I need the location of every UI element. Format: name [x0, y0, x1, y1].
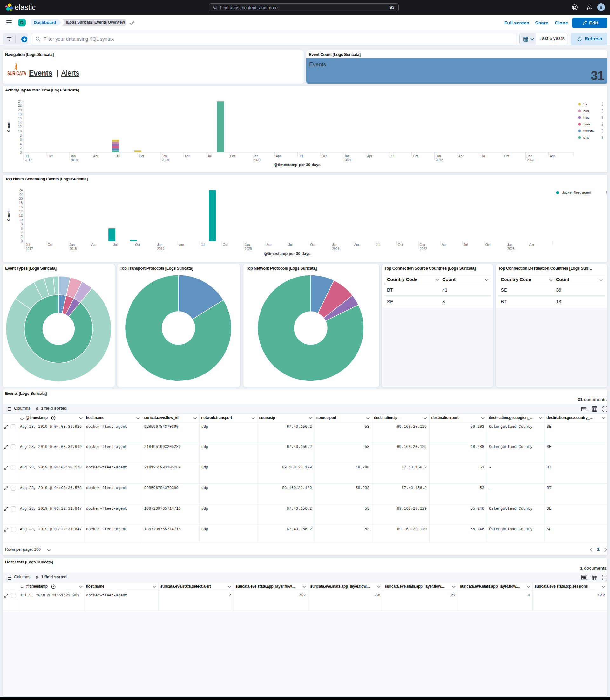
svg-text:Jan: Jan	[527, 154, 532, 158]
svg-text:Jul: Jul	[26, 243, 30, 246]
svg-text:8: 8	[21, 222, 22, 226]
svg-text:Oct: Oct	[504, 154, 509, 158]
svg-text:Jul: Jul	[25, 154, 29, 158]
svg-text:Oct: Oct	[322, 154, 326, 158]
svg-text:Apr: Apr	[276, 154, 281, 158]
svg-text:Apr: Apr	[184, 154, 190, 158]
svg-text:Oct: Oct	[485, 243, 491, 246]
svg-text:6: 6	[21, 227, 22, 230]
svg-text:SURICATA: SURICATA	[7, 70, 26, 76]
svg-text:Jul: Jul	[201, 243, 205, 246]
svg-text:Jul: Jul	[481, 154, 485, 158]
svg-text:Oct: Oct	[139, 154, 144, 158]
svg-text:Oct: Oct	[413, 154, 418, 158]
svg-text:Count: Count	[7, 121, 11, 132]
svg-text:2018: 2018	[69, 247, 77, 250]
svg-text:Jul: Jul	[376, 243, 380, 246]
svg-text:2: 2	[21, 235, 22, 239]
svg-text:Jul: Jul	[299, 154, 303, 158]
svg-text:dns: dns	[583, 136, 589, 140]
svg-text:Apr: Apr	[442, 243, 447, 246]
svg-text:@timestamp per 30 days: @timestamp per 30 days	[274, 163, 321, 167]
svg-text:Oct: Oct	[223, 243, 228, 246]
svg-text:24: 24	[19, 188, 23, 192]
svg-text:Jul: Jul	[464, 243, 468, 246]
svg-text:docker-fleet-agent: docker-fleet-agent	[562, 191, 591, 194]
svg-text:fileinfo: fileinfo	[583, 129, 594, 133]
svg-text:2019: 2019	[162, 159, 169, 162]
svg-text:Jan: Jan	[157, 243, 162, 246]
svg-text:Jan: Jan	[253, 154, 258, 158]
svg-text:2023: 2023	[527, 159, 534, 162]
svg-text:18: 18	[18, 112, 22, 116]
svg-text:Jul: Jul	[390, 154, 394, 158]
svg-text:Apr: Apr	[529, 243, 534, 246]
svg-text:14: 14	[19, 210, 23, 213]
svg-text:Jan: Jan	[420, 243, 425, 246]
svg-text:Jan: Jan	[508, 243, 512, 246]
svg-text:2020: 2020	[245, 247, 252, 250]
svg-text:20: 20	[18, 108, 22, 112]
svg-text:10: 10	[19, 218, 23, 222]
svg-text:Jul: Jul	[113, 243, 117, 246]
svg-text:Jul: Jul	[207, 154, 212, 158]
svg-text:Oct: Oct	[398, 243, 403, 246]
svg-text:Jan: Jan	[162, 154, 167, 158]
svg-text:Count: Count	[7, 210, 11, 221]
svg-text:16: 16	[19, 206, 23, 209]
svg-text:flow: flow	[583, 122, 590, 126]
svg-text:4: 4	[21, 231, 22, 234]
svg-text:2: 2	[20, 146, 21, 150]
svg-text:Apr: Apr	[367, 154, 372, 158]
svg-text:2017: 2017	[26, 247, 33, 250]
svg-text:14: 14	[18, 121, 22, 125]
svg-text:2022: 2022	[420, 247, 427, 250]
svg-text:Jan: Jan	[344, 154, 350, 158]
svg-text:12: 12	[19, 214, 23, 217]
svg-text:Oct: Oct	[230, 154, 236, 158]
svg-text:8: 8	[20, 134, 21, 137]
svg-text:2018: 2018	[70, 159, 78, 162]
svg-text:Apr: Apr	[550, 154, 555, 158]
svg-text:6: 6	[20, 138, 21, 141]
svg-text:Apr: Apr	[459, 154, 464, 158]
svg-text:Apr: Apr	[354, 243, 359, 246]
svg-text:@timestamp per 30 days: @timestamp per 30 days	[264, 251, 311, 256]
svg-text:12: 12	[18, 125, 22, 129]
svg-text:18: 18	[19, 201, 23, 205]
svg-text:4: 4	[20, 142, 21, 146]
svg-text:16: 16	[18, 117, 22, 120]
svg-text:ssh: ssh	[583, 109, 589, 113]
svg-text:22: 22	[19, 193, 23, 196]
svg-text:Jul: Jul	[288, 243, 293, 246]
svg-text:http: http	[583, 116, 589, 119]
svg-text:2021: 2021	[332, 247, 340, 250]
svg-text:Jan: Jan	[436, 154, 441, 158]
svg-text:Oct: Oct	[48, 154, 53, 158]
svg-text:tls: tls	[583, 102, 587, 106]
svg-text:0: 0	[21, 240, 22, 243]
svg-text:Jan: Jan	[70, 154, 76, 158]
svg-text:2023: 2023	[508, 247, 515, 250]
svg-text:Apr: Apr	[179, 243, 184, 246]
svg-text:2019: 2019	[157, 247, 164, 250]
svg-text:20: 20	[19, 197, 23, 200]
svg-text:2017: 2017	[25, 159, 32, 162]
svg-text:Apr: Apr	[92, 243, 97, 246]
svg-text:2020: 2020	[253, 159, 260, 162]
svg-text:Oct: Oct	[135, 243, 141, 246]
svg-text:22: 22	[18, 104, 22, 107]
svg-text:2021: 2021	[344, 159, 352, 162]
svg-text:2022: 2022	[436, 159, 443, 162]
svg-text:10: 10	[18, 130, 22, 133]
svg-text:Jan: Jan	[332, 243, 337, 246]
svg-text:Jan: Jan	[69, 243, 75, 246]
svg-text:Jul: Jul	[116, 154, 120, 158]
svg-text:Oct: Oct	[48, 243, 53, 246]
svg-text:Apr: Apr	[267, 243, 272, 246]
svg-text:Apr: Apr	[93, 154, 98, 158]
svg-text:24: 24	[18, 100, 22, 103]
svg-text:Jan: Jan	[245, 243, 250, 246]
svg-text:Oct: Oct	[310, 243, 316, 246]
svg-text:0: 0	[20, 151, 21, 154]
